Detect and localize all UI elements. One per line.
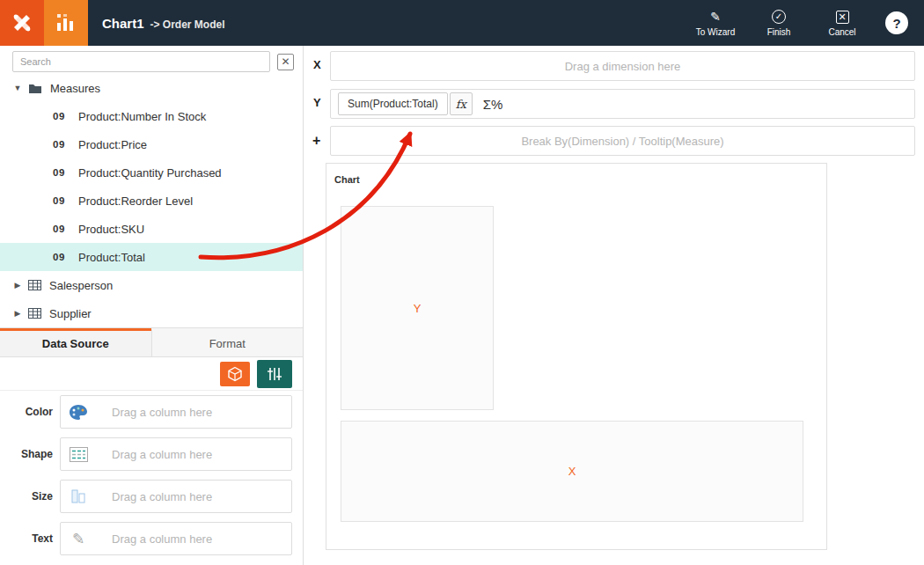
topbar: Chart1 -> Order Model ✎ To Wizard ✓ Fini…	[0, 0, 924, 46]
chart-designer-logo[interactable]	[44, 0, 88, 46]
drop-placeholder: Drag a column here	[112, 406, 212, 419]
y-axis-label: Y	[313, 96, 321, 109]
tree-item-label: Product:SKU	[78, 223, 144, 236]
tree-item-label: Product:Number In Stock	[78, 110, 206, 123]
tree-node-label: Salesperson	[49, 279, 113, 292]
finish-button[interactable]: ✓ Finish	[759, 9, 799, 37]
tab-format[interactable]: Format	[151, 328, 304, 356]
help-label: ?	[892, 16, 900, 31]
tab-data-source[interactable]: Data Source	[0, 328, 151, 356]
numeric-type-icon: 09	[53, 139, 70, 150]
to-wizard-button[interactable]: ✎ To Wizard	[695, 9, 736, 37]
to-wizard-label: To Wizard	[696, 27, 735, 37]
numeric-type-icon: 09	[53, 111, 70, 121]
shape-drop-zone[interactable]: Drag a column here	[60, 437, 292, 471]
tree-item-label: Product:Reorder Level	[78, 194, 193, 208]
drop-placeholder: Drag a column here	[112, 448, 212, 461]
tree-item-product-total[interactable]: 09 Product:Total	[0, 243, 303, 271]
tree-item-product-quantity-purchased[interactable]: 09 Product:Quantity Purchased	[0, 158, 303, 187]
pencil-icon: ✎	[61, 530, 96, 548]
elasticube-button[interactable]	[220, 362, 250, 386]
tree-item-product-reorder-level[interactable]: 09 Product:Reorder Level	[0, 187, 303, 215]
tree-item-label: Product:Quantity Purchased	[78, 166, 222, 180]
palette-icon	[61, 404, 96, 421]
sidebar-tabs: Data Source Format	[0, 327, 303, 357]
mapping-row-text: Text ✎ Drag a column here	[0, 517, 303, 560]
mapping-label: Text	[0, 532, 53, 545]
size-bars-icon	[61, 488, 96, 504]
app-logo[interactable]	[0, 0, 44, 46]
numeric-type-icon: 09	[53, 195, 70, 206]
chart-x-axis-area: X	[341, 421, 803, 522]
finish-label: Finish	[767, 27, 791, 37]
x-axis-label: X	[313, 58, 321, 71]
drop-placeholder: Drag a dimension here	[565, 60, 681, 73]
search-row: ✕	[0, 46, 303, 74]
y-axis-drop-zone[interactable]: Sum(Product:Total) fx Σ%	[330, 89, 915, 119]
table-icon	[28, 280, 41, 290]
chevron-right-icon: ▶	[12, 281, 23, 290]
pencil-icon: ✎	[710, 9, 721, 25]
x-axis-drop-zone[interactable]: Drag a dimension here	[330, 51, 915, 81]
color-drop-zone[interactable]: Drag a column here	[60, 395, 292, 429]
columns-icon	[266, 366, 283, 382]
fields-panel-button[interactable]	[257, 360, 292, 388]
tree-node-measures[interactable]: ▼ Measures	[0, 74, 303, 102]
add-series-label: +	[312, 133, 320, 149]
chart-y-axis-label: Y	[414, 302, 422, 315]
tree-item-product-price[interactable]: 09 Product:Price	[0, 130, 303, 158]
check-circle-icon: ✓	[772, 9, 786, 25]
help-button[interactable]: ?	[885, 11, 908, 34]
search-close-icon[interactable]: ✕	[277, 54, 294, 70]
measure-chip-sum-product-total[interactable]: Sum(Product:Total)	[338, 92, 448, 115]
formula-editor-button[interactable]: fx	[450, 92, 473, 115]
close-box-icon: ✕	[836, 9, 849, 25]
aggregation-sigma-percent-icon[interactable]: Σ%	[483, 97, 503, 112]
tree-item-label: Product:Total	[78, 251, 145, 264]
topbar-actions: ✎ To Wizard ✓ Finish ✕ Cancel ?	[695, 9, 924, 37]
drop-placeholder: Break By(Dimension) / Tooltip(Measure)	[521, 135, 723, 148]
chevron-right-icon: ▶	[12, 309, 23, 318]
numeric-type-icon: 09	[53, 167, 70, 178]
shape-icon	[61, 447, 96, 462]
numeric-type-icon: 09	[53, 252, 70, 262]
app-window: Chart1 -> Order Model ✎ To Wizard ✓ Fini…	[0, 0, 924, 565]
sidebar: ✕ ▼ Measures 09 Product:Number In Stock …	[0, 46, 304, 565]
chart-designer-panel: X Drag a dimension here Y Sum(Product:To…	[304, 46, 924, 565]
measure-chip-label: Sum(Product:Total)	[348, 98, 438, 110]
mapping-label: Shape	[0, 448, 53, 460]
folder-icon	[28, 83, 42, 94]
app-logo-icon	[11, 11, 33, 34]
tab-label: Data Source	[42, 337, 109, 350]
field-tree: ▼ Measures 09 Product:Number In Stock 09…	[0, 74, 303, 327]
cancel-button[interactable]: ✕ Cancel	[822, 9, 862, 37]
numeric-type-icon: 09	[53, 224, 70, 234]
cancel-label: Cancel	[828, 27, 855, 37]
cube-icon	[227, 366, 243, 382]
mapping-label: Color	[0, 406, 53, 418]
breadcrumb: Chart1 -> Order Model	[102, 16, 225, 31]
tree-node-label: Measures	[50, 82, 100, 95]
chart-y-axis-area: Y	[341, 206, 494, 410]
size-drop-zone[interactable]: Drag a column here	[60, 480, 292, 513]
chart-preview: Chart Y X	[326, 163, 827, 550]
drop-placeholder: Drag a column here	[112, 490, 212, 503]
tree-item-product-sku[interactable]: 09 Product:SKU	[0, 215, 303, 243]
table-icon	[28, 308, 41, 319]
text-drop-zone[interactable]: ✎ Drag a column here	[60, 522, 292, 555]
tab-label: Format	[209, 337, 246, 350]
chevron-down-icon: ▼	[12, 84, 23, 92]
mapping-row-shape: Shape Drag a column here	[0, 433, 303, 475]
mapping-row-color: Color Drag a column here	[0, 391, 303, 433]
tree-item-product-number-in-stock[interactable]: 09 Product:Number In Stock	[0, 102, 303, 130]
break-by-drop-zone[interactable]: Break By(Dimension) / Tooltip(Measure)	[330, 126, 915, 156]
mapping-label: Size	[0, 490, 53, 503]
tree-item-label: Product:Price	[78, 138, 147, 151]
drop-placeholder: Drag a column here	[112, 532, 212, 546]
tree-node-supplier[interactable]: ▶ Supplier	[0, 299, 303, 327]
search-input[interactable]	[12, 51, 270, 72]
sidebar-toolbar	[0, 357, 303, 391]
tree-node-salesperson[interactable]: ▶ Salesperson	[0, 271, 303, 299]
fx-icon: fx	[456, 98, 466, 111]
mapping-row-size: Size Drag a column here	[0, 475, 303, 517]
